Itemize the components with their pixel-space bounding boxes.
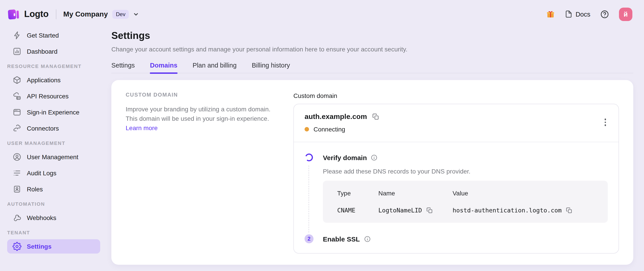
sidebar-item-connectors[interactable]: Connectors xyxy=(7,121,100,136)
spinner-icon xyxy=(304,153,314,162)
domain-name: auth.example.com xyxy=(304,112,367,122)
webhook-icon xyxy=(12,213,22,222)
section-label: CUSTOM DOMAIN xyxy=(126,92,279,98)
dashboard-icon xyxy=(12,47,22,56)
sidebar-item-audit-logs[interactable]: Audit Logs xyxy=(7,166,100,180)
custom-domain-form: Custom domain auth.example.com xyxy=(294,92,619,254)
step-number-badge: 2 xyxy=(304,234,314,243)
sidebar-section-tenant: TENANT xyxy=(7,230,100,235)
dns-header-name: Name xyxy=(378,190,452,197)
main-content: Settings Change your account settings an… xyxy=(104,28,644,271)
tab-settings[interactable]: Settings xyxy=(111,61,135,73)
custom-domain-field-label: Custom domain xyxy=(294,92,619,100)
info-icon[interactable] xyxy=(364,236,370,242)
logto-logo-icon xyxy=(7,8,20,21)
logo[interactable]: Logto xyxy=(7,8,48,21)
step-enable-ssl: 2 Enable SSL xyxy=(304,234,608,243)
sidebar-section-automation: AUTOMATION xyxy=(7,201,100,206)
connectors-icon xyxy=(12,124,22,133)
logto-console: Logto My Company Dev Docs xyxy=(0,0,644,271)
gear-icon xyxy=(12,242,22,251)
verify-domain-title: Verify domain xyxy=(323,154,367,161)
logo-wordmark: Logto xyxy=(24,9,48,19)
api-resources-icon xyxy=(12,92,22,100)
copy-icon[interactable] xyxy=(426,207,433,214)
section-description: Improve your branding by utilizing a cus… xyxy=(126,105,279,133)
sidebar-item-settings[interactable]: Settings xyxy=(7,239,100,254)
dns-header-value: Value xyxy=(452,190,594,197)
gift-icon[interactable] xyxy=(546,10,555,18)
copy-icon[interactable] xyxy=(566,207,572,214)
tab-plan-and-billing[interactable]: Plan and billing xyxy=(192,61,236,73)
user-icon xyxy=(12,152,22,162)
verify-domain-description: Please add these DNS records to your DNS… xyxy=(323,168,608,175)
dns-cell-type: CNAME xyxy=(337,206,378,214)
header-divider xyxy=(56,9,56,19)
sidebar-item-applications[interactable]: Applications xyxy=(7,73,100,87)
status-text: Connecting xyxy=(314,126,345,133)
custom-domain-info: CUSTOM DOMAIN Improve your branding by u… xyxy=(126,92,279,254)
header-actions: Docs й xyxy=(546,8,632,21)
enable-ssl-title: Enable SSL xyxy=(323,235,360,242)
step-verify-domain: Verify domain Please add these DNS recor… xyxy=(304,153,608,223)
sidebar-section-resource-management: RESOURCE MANAGEMENT xyxy=(7,64,100,69)
kebab-menu-icon[interactable] xyxy=(603,117,608,128)
sidebar-item-webhooks[interactable]: Webhooks xyxy=(7,211,100,225)
dns-cell-name: LogtoNameLID xyxy=(378,206,452,214)
sidebar-item-get-started[interactable]: Get Started xyxy=(7,28,100,42)
sidebar-section-user-management: USER MANAGEMENT xyxy=(7,140,100,146)
tenant-name[interactable]: My Company xyxy=(63,10,108,18)
tab-domains[interactable]: Domains xyxy=(150,61,178,73)
roles-icon xyxy=(12,185,22,194)
applications-icon xyxy=(12,76,22,84)
sidebar-item-sign-in-experience[interactable]: Sign-in Experience xyxy=(7,105,100,120)
domain-card-header: auth.example.com Connecting xyxy=(294,104,618,142)
file-icon xyxy=(565,10,572,18)
docs-button[interactable]: Docs xyxy=(565,10,590,18)
tab-billing-history[interactable]: Billing history xyxy=(252,61,290,73)
audit-logs-icon xyxy=(12,168,22,178)
sidebar-item-user-management[interactable]: User Management xyxy=(7,150,100,164)
dns-cell-value: hostd-authentication.logto.com xyxy=(452,206,594,214)
page-description: Change your account settings and manage … xyxy=(111,45,633,54)
sidebar: Get Started Dashboard RESOURCE MANAGEMEN… xyxy=(0,28,104,271)
info-icon[interactable] xyxy=(371,154,378,161)
sidebar-item-dashboard[interactable]: Dashboard xyxy=(7,44,100,58)
domain-card-body: Verify domain Please add these DNS recor… xyxy=(294,142,618,253)
domain-card: auth.example.com Connecting xyxy=(294,104,619,254)
copy-icon[interactable] xyxy=(372,113,379,120)
sidebar-item-roles[interactable]: Roles xyxy=(7,182,100,196)
dns-header-type: Type xyxy=(337,190,378,197)
help-icon[interactable] xyxy=(600,10,609,18)
chevron-down-icon[interactable] xyxy=(133,11,139,17)
top-bar: Logto My Company Dev Docs xyxy=(0,0,644,28)
docs-label: Docs xyxy=(576,10,590,18)
step-connector-line xyxy=(308,166,309,232)
sidebar-item-api-resources[interactable]: API Resources xyxy=(7,89,100,103)
page-title: Settings xyxy=(111,30,633,42)
custom-domain-card: CUSTOM DOMAIN Improve your branding by u… xyxy=(111,80,633,265)
env-badge: Dev xyxy=(112,10,129,18)
learn-more-link[interactable]: Learn more xyxy=(126,124,158,132)
dns-records-table: Type Name Value CNAME LogtoNameLID xyxy=(323,181,608,223)
avatar[interactable]: й xyxy=(619,8,632,21)
sign-in-icon xyxy=(12,108,22,117)
tab-bar: Settings Domains Plan and billing Billin… xyxy=(111,61,633,73)
bolt-icon xyxy=(12,31,22,40)
status-dot-connecting xyxy=(304,127,309,132)
